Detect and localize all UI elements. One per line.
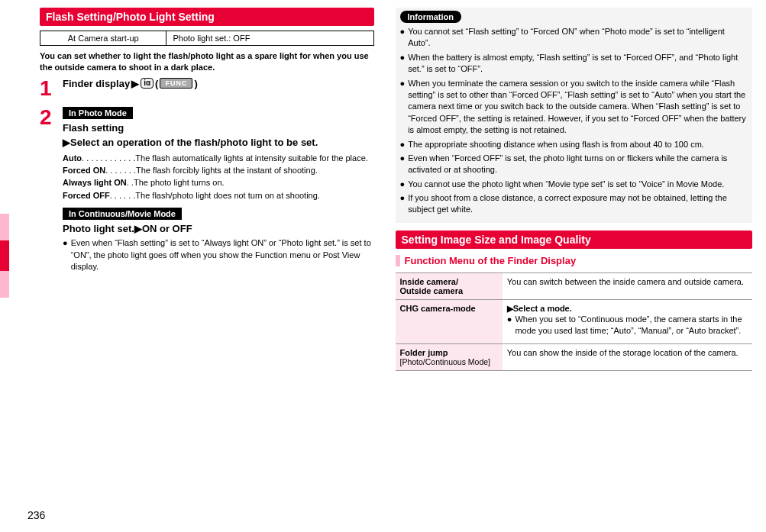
bullet-icon: ●: [400, 26, 406, 50]
paren-close: ): [194, 78, 197, 89]
bullet-icon: ●: [507, 314, 512, 337]
photo-mode-subhead: Flash setting: [63, 122, 374, 134]
info-item: ●When the battery is almost empty, “Flas…: [400, 52, 748, 76]
intro-text: You can set whether to light the flash/p…: [40, 50, 374, 73]
step-number: 1: [40, 78, 57, 99]
section-heading-image-size: Setting Image Size and Image Quality: [396, 231, 752, 249]
default-setting-table: At Camera start-up Photo light set.: OFF: [40, 31, 374, 46]
list-item: Forced OFF . . . . . . The flash/photo l…: [63, 190, 374, 202]
step-2: 2 In Photo Mode Flash setting ▶Select an…: [40, 107, 374, 276]
func-icon: FUNC: [160, 78, 192, 89]
bullet-icon: ●: [63, 237, 68, 272]
mode-chip-movie: In Continuous/Movie Mode: [63, 208, 182, 220]
list-item: Auto . . . . . . . . . . . . The flash a…: [63, 153, 374, 164]
page-number: 236: [27, 509, 45, 521]
arrow-icon: ▶: [131, 78, 139, 89]
info-item: ●The appropriate shooting distance when …: [400, 139, 748, 150]
movie-mode-note: ● Even when “Flash setting” is set to “A…: [63, 237, 374, 272]
bullet-icon: ●: [400, 139, 406, 150]
fm-label: Folder jump [Photo/Continuous Mode]: [396, 343, 503, 370]
step-number: 2: [40, 107, 57, 276]
right-column: Information ●You cannot set “Flash setti…: [393, 8, 752, 371]
bullet-icon: ●: [400, 192, 406, 216]
step-1-label: Finder display: [63, 78, 130, 89]
bullet-icon: ●: [400, 179, 406, 190]
fm-body: You can show the inside of the storage l…: [503, 343, 752, 370]
arrow-icon: ▶: [63, 137, 70, 148]
info-item: ●Even when “Forced OFF” is set, the phot…: [400, 153, 748, 176]
left-column: Flash Setting/Photo Light Setting At Cam…: [14, 8, 374, 371]
info-item: ●You cannot set “Flash setting” to “Forc…: [400, 26, 748, 50]
side-label: Camera: [0, 243, 2, 273]
info-item: ●If you shoot from a close distance, a c…: [400, 192, 748, 216]
table-row: CHG camera-mode ▶Select a mode. ●When yo…: [396, 299, 752, 343]
step-1-line: Finder display ▶ iα ( FUNC ): [63, 78, 374, 89]
list-item: Forced ON . . . . . . . The flash forcib…: [63, 165, 374, 176]
information-heading: Information: [400, 11, 462, 23]
information-block: Information ●You cannot set “Flash setti…: [396, 8, 752, 223]
flash-options-list: Auto . . . . . . . . . . . . The flash a…: [63, 153, 374, 202]
list-item: Always light ON . . The photo light turn…: [63, 177, 374, 189]
step-1: 1 Finder display ▶ iα ( FUNC ): [40, 78, 374, 99]
movie-mode-subhead: Photo light set.▶ON or OFF: [63, 223, 374, 234]
fm-label: CHG camera-mode: [396, 299, 503, 343]
finder-function-menu-heading: Function Menu of the Finder Display: [396, 255, 752, 266]
fm-label: Inside camera/ Outside camera: [396, 272, 503, 299]
mode-chip-photo: In Photo Mode: [63, 107, 133, 119]
fm-body: ▶Select a mode. ●When you set to “Contin…: [503, 299, 752, 343]
info-item: ●When you terminate the camera session o…: [400, 78, 748, 137]
paren-open: (: [155, 78, 158, 89]
info-item: ●You cannot use the photo light when “Mo…: [400, 179, 748, 190]
bullet-icon: ●: [400, 78, 406, 137]
fm-body: You can switch between the inside camera…: [503, 272, 752, 299]
default-setting-label: At Camera start-up: [40, 31, 166, 45]
photo-mode-action: ▶Select an operation of the flash/photo …: [63, 137, 374, 148]
softkey-icon: iα: [141, 78, 154, 89]
function-menu-table: Inside camera/ Outside camera You can sw…: [396, 272, 752, 371]
table-row: Inside camera/ Outside camera You can sw…: [396, 272, 752, 299]
bullet-icon: ●: [400, 153, 406, 176]
bullet-icon: ●: [400, 52, 406, 76]
default-setting-value: Photo light set.: OFF: [166, 31, 256, 45]
section-heading-flash: Flash Setting/Photo Light Setting: [40, 8, 374, 26]
table-row: Folder jump [Photo/Continuous Mode] You …: [396, 343, 752, 370]
